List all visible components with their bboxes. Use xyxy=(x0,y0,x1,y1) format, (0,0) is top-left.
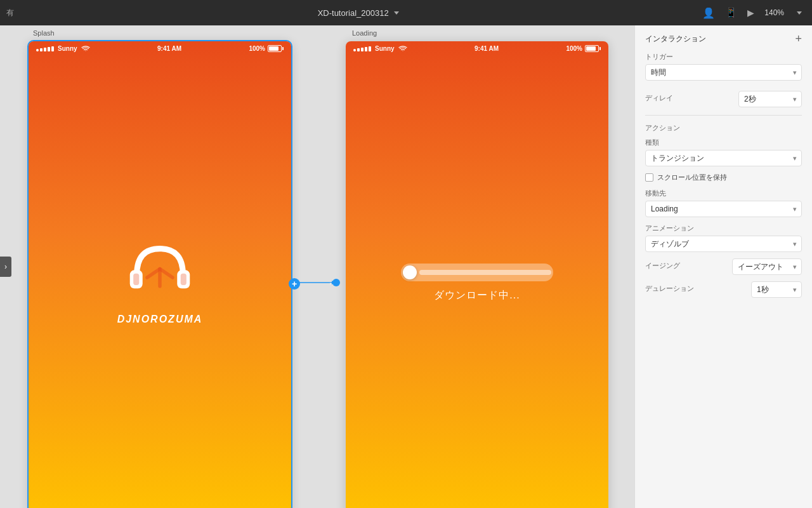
easing-select[interactable]: イーズアウト xyxy=(732,258,802,275)
top-bar-center: XD-tutorial_200312 xyxy=(318,8,399,18)
svg-text:›: › xyxy=(330,281,332,286)
delay-row: ディレイ 2秒 xyxy=(645,91,802,107)
duration-row: デュレーション 1秒 xyxy=(645,281,802,298)
action-section: アクション 種類 トランジション スクロール位置を保持 移動先 Loading xyxy=(645,123,802,298)
canvas: › Splash Sunny xyxy=(0,25,634,508)
person-icon[interactable]: 👤 xyxy=(702,7,715,19)
zoom-label[interactable]: 140% xyxy=(764,8,784,17)
easing-select-wrapper: イーズアウト xyxy=(732,258,802,275)
easing-label: イージング xyxy=(645,261,680,271)
chevron-down-icon[interactable] xyxy=(394,11,399,15)
type-select-wrapper: トランジション xyxy=(645,150,802,166)
destination-select-wrapper: Loading xyxy=(645,201,802,217)
progress-fill xyxy=(419,270,551,275)
status-right-loading: 100% xyxy=(566,45,601,52)
carrier-splash: Sunny xyxy=(58,45,77,52)
right-panel: インタラクション + トリガー 時間 ディレイ 2秒 アクション 種類 トランジ… xyxy=(634,25,812,508)
type-row: 種類 トランジション xyxy=(645,138,802,166)
animation-label: アニメーション xyxy=(645,224,802,233)
interaction-title: インタラクション xyxy=(645,34,706,44)
top-bar-left: 有 xyxy=(0,8,14,18)
status-bar-loading: Sunny 9:41 AM 100% xyxy=(346,41,608,53)
animation-select-wrapper: ディゾルブ xyxy=(645,236,802,252)
type-select[interactable]: トランジション xyxy=(645,150,802,166)
svg-point-6 xyxy=(332,279,340,286)
wifi-icon-splash xyxy=(81,46,90,52)
top-bar: 有 XD-tutorial_200312 👤 📱 ▶ 140% xyxy=(0,0,812,25)
play-icon[interactable]: ▶ xyxy=(747,8,754,18)
trigger-label: トリガー xyxy=(645,52,802,62)
canvas-left-arrow[interactable]: › xyxy=(0,257,11,277)
status-left-loading: Sunny xyxy=(353,45,407,52)
delay-select[interactable]: 2秒 xyxy=(738,91,802,107)
duration-label: デュレーション xyxy=(645,284,694,293)
destination-row: 移動先 Loading xyxy=(645,189,802,217)
time-loading: 9:41 AM xyxy=(475,45,499,52)
scroll-position-checkbox[interactable] xyxy=(645,173,653,182)
trigger-select[interactable]: 時間 xyxy=(645,64,802,81)
delay-select-wrapper: 2秒 xyxy=(738,91,802,107)
status-right-splash: 100% xyxy=(249,45,284,52)
splash-content: DJNOROZUMA xyxy=(29,53,291,508)
loading-label: Loading xyxy=(352,29,377,37)
progress-thumb xyxy=(403,265,417,279)
connection-add-button[interactable]: + xyxy=(289,278,300,290)
project-title: XD-tutorial_200312 xyxy=(318,8,389,18)
splash-gradient-bg: Sunny 9:41 AM 100% xyxy=(29,41,291,508)
duration-select-wrapper: 1秒 xyxy=(751,281,802,298)
wifi-icon-loading xyxy=(398,46,407,52)
delay-label: ディレイ xyxy=(645,93,673,103)
signal-dots-splash xyxy=(36,46,54,51)
interaction-header: インタラクション + xyxy=(645,33,802,44)
battery-icon-splash xyxy=(268,45,284,52)
device-icon[interactable]: 📱 xyxy=(725,7,737,18)
svg-rect-1 xyxy=(133,274,139,285)
add-interaction-button[interactable]: + xyxy=(795,33,802,44)
battery-pct-splash: 100% xyxy=(249,45,265,52)
menu-icon[interactable]: 有 xyxy=(6,8,14,18)
trigger-select-wrapper: 時間 xyxy=(645,64,802,81)
trigger-section: トリガー 時間 xyxy=(645,52,802,81)
loading-content: ダウンロード中... xyxy=(346,53,608,508)
animation-row: アニメーション ディゾルブ xyxy=(645,224,802,252)
scroll-position-label: スクロール位置を保持 xyxy=(657,173,727,182)
destination-label: 移動先 xyxy=(645,189,802,198)
duration-select[interactable]: 1秒 xyxy=(751,281,802,298)
signal-dots-loading xyxy=(353,46,371,51)
svg-rect-3 xyxy=(181,274,187,285)
scroll-position-row: スクロール位置を保持 xyxy=(645,173,802,182)
battery-pct-loading: 100% xyxy=(566,45,582,52)
splash-label: Splash xyxy=(33,29,55,37)
carrier-loading: Sunny xyxy=(375,45,395,52)
battery-icon-loading xyxy=(585,45,601,52)
zoom-chevron-icon[interactable] xyxy=(797,11,802,15)
status-bar-splash: Sunny 9:41 AM 100% xyxy=(29,41,291,53)
animation-select[interactable]: ディゾルブ xyxy=(645,236,802,252)
progress-bar xyxy=(401,264,553,281)
action-label: アクション xyxy=(645,123,802,133)
brand-text: DJNOROZUMA xyxy=(117,314,203,325)
loading-artboard[interactable]: Sunny 9:41 AM 100% xyxy=(346,41,608,508)
download-text: ダウンロード中... xyxy=(434,289,520,302)
connection-arrow: › xyxy=(295,276,346,295)
splash-artboard[interactable]: Sunny 9:41 AM 100% xyxy=(29,41,291,508)
type-label: 種類 xyxy=(645,138,802,147)
easing-row: イージング イーズアウト xyxy=(645,258,802,275)
loading-gradient-bg: Sunny 9:41 AM 100% xyxy=(346,41,608,508)
headphone-logo xyxy=(122,240,198,304)
status-left-splash: Sunny xyxy=(36,45,90,52)
panel-divider-1 xyxy=(645,115,802,116)
destination-select[interactable]: Loading xyxy=(645,201,802,217)
top-bar-right: 👤 📱 ▶ 140% xyxy=(702,7,812,19)
time-splash: 9:41 AM xyxy=(157,45,181,52)
